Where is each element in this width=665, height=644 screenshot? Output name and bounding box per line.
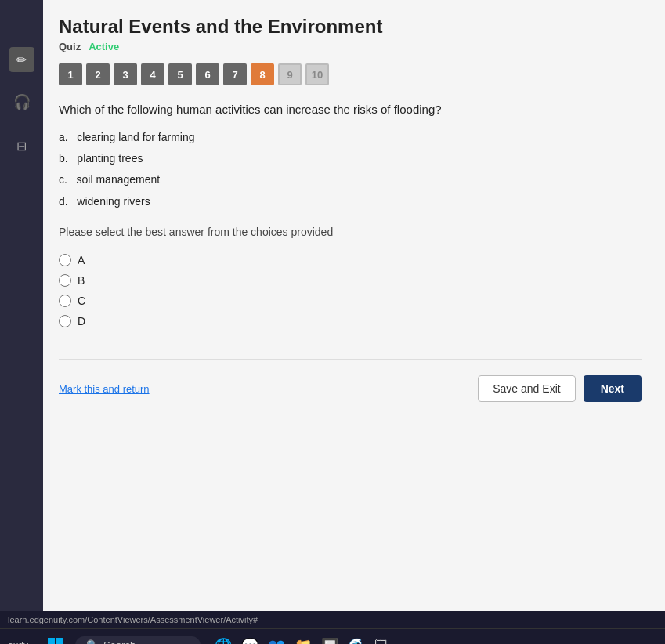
taskbar-edge-icon[interactable]: 🌊 — [348, 637, 365, 645]
radio-option-a[interactable]: A — [59, 254, 642, 266]
question-num-1[interactable]: 1 — [59, 63, 82, 85]
question-num-5[interactable]: 5 — [168, 63, 192, 85]
taskbar-search-bar[interactable]: 🔍 Search — [75, 636, 201, 644]
answer-list: a. clearing land for farming b. planting… — [59, 128, 642, 211]
radio-input-b[interactable] — [59, 274, 71, 287]
taskbar-chat-icon[interactable]: 💬 — [241, 637, 258, 645]
answer-c: c. soil management — [59, 171, 642, 188]
question-num-3[interactable]: 3 — [114, 63, 137, 85]
radio-label-d: D — [78, 315, 85, 327]
taskbar-security-icon[interactable]: 🛡 — [374, 637, 389, 644]
answer-d-letter: d. — [59, 195, 74, 208]
taskbar-widget-icon[interactable]: 🌐 — [215, 637, 232, 645]
mark-return-button[interactable]: Mark this and return — [59, 383, 150, 395]
taskbar-teams-icon[interactable]: 👥 — [268, 637, 285, 645]
answer-d-text: widening rivers — [77, 195, 150, 208]
windows-icon — [48, 638, 63, 645]
content-area: Natural Events and the Environment Quiz … — [43, 0, 665, 611]
headphone-icon: 🎧 — [13, 93, 31, 110]
search-text: Search — [103, 639, 136, 644]
url-bar: learn.edgenuity.com/ContentViewers/Asses… — [0, 611, 665, 628]
radio-option-b[interactable]: B — [59, 274, 642, 287]
question-num-4[interactable]: 4 — [141, 63, 164, 85]
quiz-label: Quiz — [59, 41, 81, 52]
audio-button[interactable]: 🎧 — [8, 88, 36, 116]
pencil-tool-button[interactable]: ✏ — [9, 47, 34, 72]
radio-input-c[interactable] — [59, 295, 71, 307]
answer-a: a. clearing land for farming — [59, 128, 642, 146]
question-num-7[interactable]: 7 — [223, 63, 247, 85]
question-text: Which of the following human activities … — [59, 101, 642, 119]
quiz-status-row: Quiz Active — [59, 41, 642, 52]
answer-a-text: clearing land for farming — [77, 131, 194, 143]
bottom-bar: Mark this and return Save and Exit Next — [59, 359, 642, 402]
status-badge: Active — [89, 41, 119, 52]
start-button[interactable] — [44, 634, 67, 645]
question-num-8[interactable]: 8 — [251, 63, 274, 85]
answer-b-letter: b. — [59, 152, 74, 165]
sidebar: ✏ 🎧 ⊟ — [0, 0, 43, 611]
answer-c-letter: c. — [59, 173, 74, 186]
radio-input-a[interactable] — [59, 254, 71, 266]
question-num-6[interactable]: 6 — [196, 63, 219, 85]
radio-label-c: C — [78, 295, 85, 307]
radio-option-d[interactable]: D — [59, 315, 642, 327]
save-exit-button[interactable]: Save and Exit — [478, 375, 575, 402]
radio-input-d[interactable] — [59, 315, 71, 327]
calculator-button[interactable]: ⊟ — [8, 132, 36, 160]
url-text: learn.edgenuity.com/ContentViewers/Asses… — [8, 615, 258, 624]
taskbar: oudy 🔍 Search 🌐 💬 👥 📁 🔲 🌊 🛡 — [0, 628, 665, 644]
answer-b-text: planting trees — [77, 152, 143, 165]
svg-rect-1 — [56, 638, 63, 645]
question-num-9[interactable]: 9 — [278, 63, 302, 85]
taskbar-icons-group: 🌐 💬 👥 📁 🔲 🌊 🛡 — [215, 637, 389, 645]
answer-c-text: soil management — [77, 173, 161, 186]
radio-group: A B C D — [59, 254, 642, 327]
answer-d: d. widening rivers — [59, 193, 642, 210]
taskbar-username: oudy — [8, 640, 28, 645]
answer-b: b. planting trees — [59, 150, 642, 167]
question-num-10[interactable]: 10 — [305, 63, 329, 85]
radio-label-b: B — [78, 274, 85, 287]
calculator-icon: ⊟ — [16, 139, 27, 154]
question-num-2[interactable]: 2 — [86, 63, 110, 85]
svg-rect-0 — [48, 638, 55, 645]
instruction-text: Please select the best answer from the c… — [59, 226, 642, 238]
search-icon: 🔍 — [86, 639, 99, 644]
answer-a-letter: a. — [59, 131, 74, 143]
taskbar-folder-icon[interactable]: 📁 — [295, 637, 312, 645]
radio-option-c[interactable]: C — [59, 295, 642, 307]
radio-label-a: A — [78, 254, 85, 266]
question-number-row: 1 2 3 4 5 6 7 8 9 10 — [59, 63, 642, 85]
taskbar-store-icon[interactable]: 🔲 — [321, 637, 338, 645]
pencil-icon: ✏ — [16, 52, 27, 67]
page-title: Natural Events and the Environment — [59, 16, 642, 38]
next-button[interactable]: Next — [584, 375, 642, 402]
action-buttons: Save and Exit Next — [478, 375, 642, 402]
